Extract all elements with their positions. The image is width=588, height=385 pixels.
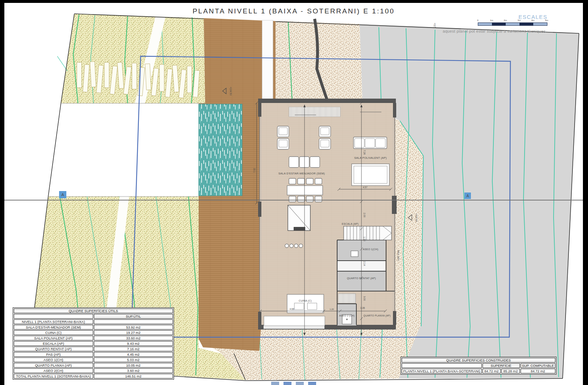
scale-tick: 0	[474, 19, 481, 21]
frame-top	[0, 0, 588, 3]
shower-hatch	[338, 294, 356, 303]
section-marker-label: A	[467, 194, 469, 198]
sofa-seat	[289, 157, 299, 167]
table-title: QUADRE SUPERFÍCIES ÚTILS	[14, 309, 173, 313]
dim-planxa-height: 3.00	[363, 296, 366, 301]
table-row: CUINA (C)19.27 m2	[14, 330, 173, 335]
dim-left-height: 7.32	[253, 168, 256, 173]
stool	[299, 244, 303, 248]
dim-sem-width: 4.68	[290, 308, 294, 310]
scale-segment	[506, 23, 519, 25]
section-marker-right: A	[464, 192, 471, 199]
label-polivalent: SALA POLIVALENT (AP)	[354, 156, 387, 160]
table-row: QUARTO PLANXA (AP)10.05 m2	[14, 363, 173, 368]
label-sem: SALA D'ESTAR-MENJADOR (SEM)	[278, 172, 325, 175]
sofa-seat	[310, 157, 320, 167]
dim-rentat-height: 2.14	[363, 261, 366, 266]
table-row: ASEO 1(CH)5.03 m2	[14, 357, 173, 362]
scale-tick: 1m	[488, 19, 495, 21]
column-header: SUP.ÚTIL	[94, 314, 173, 319]
scale-segment	[533, 23, 547, 25]
dining-chair	[306, 178, 313, 184]
table-row: ESCALA (AP)9.43 m2	[14, 341, 173, 346]
scale-segment	[519, 23, 533, 25]
dim-aseo2-width: 1.20	[330, 308, 334, 310]
dim-polivalent-width: 4.57	[363, 186, 368, 189]
dining-chair	[306, 196, 313, 202]
dining-chair	[289, 178, 296, 184]
label-cuina: CUINA (C)	[299, 299, 312, 302]
cutoff-square	[296, 382, 304, 385]
dim-sem-height: 7.26	[363, 150, 366, 155]
section-marker-label: A	[61, 192, 64, 197]
level-deck: +104.50	[229, 87, 232, 95]
dining-chair	[298, 196, 305, 202]
table-row: PLANTA NIVELL 1 (PLANTA BAIXA-SOTERRANI)…	[402, 369, 555, 373]
scale-tick: 3m	[515, 19, 523, 21]
frame-left	[0, 0, 4, 385]
window-bottom	[264, 326, 324, 329]
frame-right	[583, 0, 588, 385]
fireplace-unit	[288, 205, 310, 231]
sideboard-hatch	[289, 107, 340, 117]
window-bench	[264, 316, 325, 326]
deck-bottom	[199, 328, 261, 351]
dining-chair	[298, 178, 305, 184]
polivalent-table	[352, 164, 389, 186]
pool	[199, 104, 242, 196]
table-row: ASEO 2(CH)3.60 m2	[14, 368, 173, 373]
cutoff-square	[283, 382, 291, 385]
scale-segment	[478, 23, 492, 25]
wall-top	[258, 99, 396, 103]
house-plan	[258, 99, 397, 330]
table-row: NIVELL 1 (PLANTA SOTERRANI-BAIXA)	[14, 319, 173, 324]
label-aseo2: ASEO 2 (CH)	[339, 314, 355, 317]
dim-escala-height: 2.00	[363, 213, 366, 218]
disclaimer-text: aquest plànol pot estar subjecte a varia…	[399, 29, 546, 33]
label-quarto-rentat: QUARTO RENTAT (AP)	[347, 277, 376, 280]
dining-table	[287, 186, 323, 195]
built-surfaces-table: QUADRE SUPERFICIES CONSTRUIDES SUPERFÍCI…	[401, 357, 556, 374]
dim-aseo1-height: 1.50	[363, 237, 366, 241]
table-row: QUARTO RENTAT (AP)7.16 m2	[14, 347, 173, 351]
scale-segment	[492, 23, 506, 25]
page-title: PLANTA NIVELL 1 (BAIXA - SOTERRANI) E 1:…	[167, 7, 421, 15]
scale-tick: 4m	[529, 19, 537, 21]
washbasin	[351, 251, 358, 257]
stool	[290, 244, 293, 248]
stool	[294, 244, 298, 248]
scale-tick: 2m	[502, 19, 509, 21]
cutoff-square	[271, 382, 279, 385]
scale-bar	[478, 22, 547, 26]
entry-path	[262, 20, 273, 99]
dining-chair	[289, 196, 296, 202]
column-header: SUP. COMPUTABLE	[521, 363, 555, 368]
section-marker-left: A	[59, 191, 66, 198]
label-aseo1: ASEO 1(CH)	[363, 248, 378, 251]
table-row: SALA POLIVALENT (AP)33.60 m2	[14, 336, 173, 340]
useful-surfaces-table: QUADRE SUPERFÍCIES ÚTILS SUP.ÚTIL NIVELL…	[13, 307, 174, 380]
table-row: SALA D'ESTAR-MENJADOR (SEM)53.92 m2	[14, 325, 173, 330]
table-row: TOTAL PLANTA NIVELL 1 (SOTERRANI-BAIXA)1…	[14, 374, 173, 378]
sofa-right	[353, 137, 387, 149]
label-escala: ESCALA (AP)	[342, 223, 359, 225]
drawing-sheet: SALA D'ESTAR-MENJADOR (SEM) SALA POLIVAL…	[0, 0, 588, 385]
label-quarto-planxa: QUARTO PLANXA (AP)	[364, 314, 391, 317]
table-title: QUADRE SUPERFICIES CONSTRUIDES	[402, 358, 555, 363]
level-contour: +115	[434, 23, 436, 28]
label-pas: PAS (AP)	[397, 250, 399, 261]
sofa-seat	[299, 157, 309, 167]
level-path: +104.50	[415, 213, 418, 222]
table-row: PAS (AP)4.45 m2	[14, 352, 173, 357]
scale-tick: 5m	[543, 19, 550, 21]
stair	[344, 226, 392, 240]
cutoff-square	[308, 382, 316, 385]
dim-planxa-width: 3.35	[360, 307, 365, 309]
column-header: SUPERFÍCIE	[483, 363, 520, 368]
dining-chair	[315, 196, 322, 202]
dining-chair	[315, 178, 322, 184]
stool	[285, 244, 289, 248]
